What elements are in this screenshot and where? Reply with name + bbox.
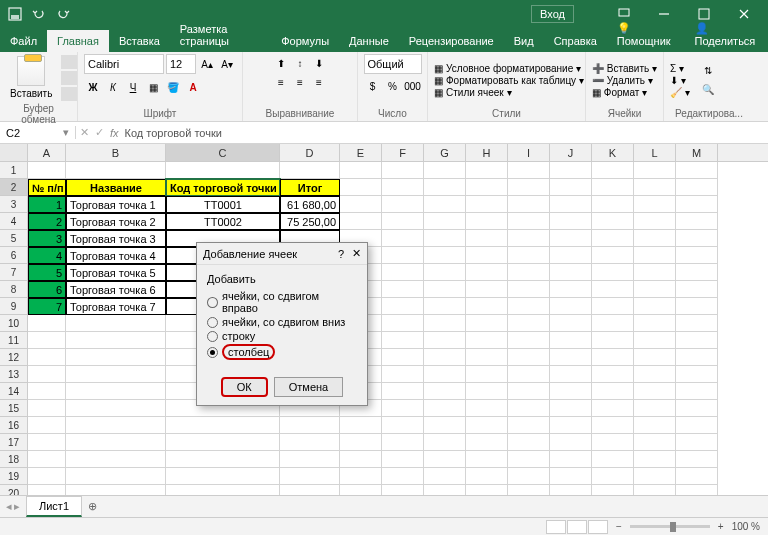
fill-icon[interactable]: ⬇ ▾: [670, 75, 690, 86]
cell-J7[interactable]: [550, 264, 592, 281]
cell-C18[interactable]: [166, 451, 280, 468]
cell-H6[interactable]: [466, 247, 508, 264]
find-icon[interactable]: 🔍: [699, 81, 717, 99]
cell-F8[interactable]: [382, 281, 424, 298]
add-sheet-icon[interactable]: ⊕: [82, 500, 102, 513]
cell-F9[interactable]: [382, 298, 424, 315]
cell-H10[interactable]: [466, 315, 508, 332]
cell-E17[interactable]: [340, 434, 382, 451]
cell-D4[interactable]: 75 250,00: [280, 213, 340, 230]
cell-I5[interactable]: [508, 230, 550, 247]
cell-I1[interactable]: [508, 162, 550, 179]
row-header[interactable]: 9: [0, 298, 28, 315]
cell-H13[interactable]: [466, 366, 508, 383]
undo-icon[interactable]: [28, 3, 50, 25]
cell-I16[interactable]: [508, 417, 550, 434]
column-header-H[interactable]: H: [466, 144, 508, 161]
cell-F15[interactable]: [382, 400, 424, 417]
cell-J18[interactable]: [550, 451, 592, 468]
cell-C19[interactable]: [166, 468, 280, 485]
formula-input[interactable]: [125, 127, 764, 139]
redo-icon[interactable]: [52, 3, 74, 25]
cell-A3[interactable]: 1: [28, 196, 66, 213]
tab-home[interactable]: Главная: [47, 30, 109, 52]
cell-G12[interactable]: [424, 349, 466, 366]
cell-A11[interactable]: [28, 332, 66, 349]
cell-H11[interactable]: [466, 332, 508, 349]
cell-C16[interactable]: [166, 417, 280, 434]
cell-K2[interactable]: [592, 179, 634, 196]
paste-button[interactable]: Вставить: [6, 54, 56, 101]
cell-B14[interactable]: [66, 383, 166, 400]
cell-J6[interactable]: [550, 247, 592, 264]
cell-F17[interactable]: [382, 434, 424, 451]
cell-F5[interactable]: [382, 230, 424, 247]
cell-G17[interactable]: [424, 434, 466, 451]
tab-view[interactable]: Вид: [504, 30, 544, 52]
cell-L14[interactable]: [634, 383, 676, 400]
cell-H12[interactable]: [466, 349, 508, 366]
cell-G2[interactable]: [424, 179, 466, 196]
cell-I6[interactable]: [508, 247, 550, 264]
cell-J1[interactable]: [550, 162, 592, 179]
cell-E4[interactable]: [340, 213, 382, 230]
cell-A7[interactable]: 5: [28, 264, 66, 281]
number-format-combo[interactable]: Общий: [364, 54, 422, 74]
page-layout-view-icon[interactable]: [567, 520, 587, 534]
italic-icon[interactable]: К: [104, 78, 122, 96]
column-header-D[interactable]: D: [280, 144, 340, 161]
cell-A5[interactable]: 3: [28, 230, 66, 247]
cell-G18[interactable]: [424, 451, 466, 468]
row-header[interactable]: 17: [0, 434, 28, 451]
format-as-table-button[interactable]: ▦ Форматировать как таблицу ▾: [434, 75, 584, 86]
cell-I8[interactable]: [508, 281, 550, 298]
cell-M15[interactable]: [676, 400, 718, 417]
cell-J2[interactable]: [550, 179, 592, 196]
cell-K19[interactable]: [592, 468, 634, 485]
tab-insert[interactable]: Вставка: [109, 30, 170, 52]
cell-H17[interactable]: [466, 434, 508, 451]
cell-A13[interactable]: [28, 366, 66, 383]
cell-L15[interactable]: [634, 400, 676, 417]
cell-M4[interactable]: [676, 213, 718, 230]
cell-B17[interactable]: [66, 434, 166, 451]
cell-M12[interactable]: [676, 349, 718, 366]
cell-I17[interactable]: [508, 434, 550, 451]
row-header[interactable]: 10: [0, 315, 28, 332]
bold-icon[interactable]: Ж: [84, 78, 102, 96]
cell-J11[interactable]: [550, 332, 592, 349]
cell-L18[interactable]: [634, 451, 676, 468]
row-header[interactable]: 18: [0, 451, 28, 468]
radio-shift-right[interactable]: ячейки, со сдвигом вправо: [207, 289, 357, 315]
cell-M6[interactable]: [676, 247, 718, 264]
cell-I3[interactable]: [508, 196, 550, 213]
cell-B4[interactable]: Торговая точка 2: [66, 213, 166, 230]
cell-L5[interactable]: [634, 230, 676, 247]
cell-J3[interactable]: [550, 196, 592, 213]
cell-J8[interactable]: [550, 281, 592, 298]
cell-K6[interactable]: [592, 247, 634, 264]
cell-J10[interactable]: [550, 315, 592, 332]
row-header[interactable]: 12: [0, 349, 28, 366]
cell-H15[interactable]: [466, 400, 508, 417]
cell-C3[interactable]: ТТ0001: [166, 196, 280, 213]
cell-J9[interactable]: [550, 298, 592, 315]
cell-C2[interactable]: Код торговой точки: [166, 179, 280, 196]
column-header-L[interactable]: L: [634, 144, 676, 161]
cell-G5[interactable]: [424, 230, 466, 247]
cell-H16[interactable]: [466, 417, 508, 434]
cell-E18[interactable]: [340, 451, 382, 468]
sheet-prev-icon[interactable]: ◂: [6, 500, 12, 513]
cell-A4[interactable]: 2: [28, 213, 66, 230]
radio-entire-row[interactable]: строку: [207, 329, 357, 343]
cell-L12[interactable]: [634, 349, 676, 366]
spreadsheet-grid[interactable]: ABCDEFGHIJKLM 12№ п/пНазваниеКод торгово…: [0, 144, 768, 514]
cell-E2[interactable]: [340, 179, 382, 196]
row-header[interactable]: 15: [0, 400, 28, 417]
cell-F10[interactable]: [382, 315, 424, 332]
sheet-next-icon[interactable]: ▸: [14, 500, 20, 513]
align-left-icon[interactable]: ≡: [272, 73, 290, 91]
cell-D18[interactable]: [280, 451, 340, 468]
cell-A19[interactable]: [28, 468, 66, 485]
cell-L19[interactable]: [634, 468, 676, 485]
